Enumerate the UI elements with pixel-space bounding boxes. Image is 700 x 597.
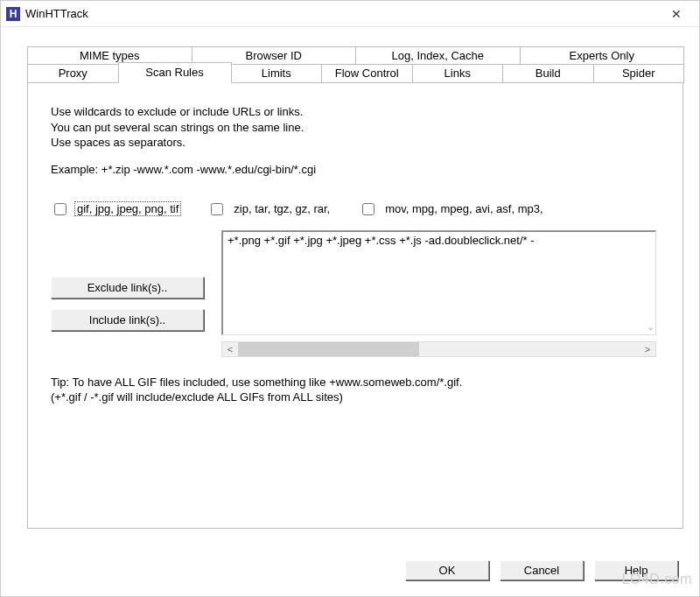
dialog-body: MIME types Browser ID Log, Index, Cache …	[1, 27, 699, 596]
scan-rules-textarea[interactable]	[221, 230, 656, 335]
filetype-checkbox-row: gif, jpg, jpeg, png, tif zip, tar, tgz, …	[51, 200, 656, 218]
ok-button[interactable]: OK	[405, 560, 489, 580]
instructions: Use wildcards to exclude or include URLs…	[51, 104, 656, 151]
checkbox-images-label: gif, jpg, jpeg, png, tif	[74, 201, 181, 216]
instruction-line: Use wildcards to exclude or include URLs…	[51, 104, 656, 120]
cancel-button[interactable]: Cancel	[500, 560, 584, 580]
titlebar: H WinHTTrack ✕	[1, 1, 699, 27]
instruction-line: Use spaces as separators.	[51, 135, 656, 151]
checkbox-images-input[interactable]	[54, 203, 66, 215]
window-title: WinHTTrack	[25, 7, 659, 20]
include-links-button[interactable]: Include link(s)..	[51, 309, 204, 331]
tab-row-2: Proxy Scan Rules Limits Flow Control Lin…	[27, 64, 683, 83]
dialog-buttons: OK Cancel Help	[405, 560, 678, 580]
tab-scan-rules[interactable]: Scan Rules	[118, 62, 232, 83]
checkbox-media-label: mov, mpg, mpeg, avi, asf, mp3,	[382, 201, 545, 216]
close-icon[interactable]: ✕	[659, 7, 694, 21]
rules-row: Exclude link(s).. Include link(s).. ⌄ < …	[51, 230, 656, 357]
tab-links[interactable]: Links	[412, 64, 504, 83]
tab-control: MIME types Browser ID Log, Index, Cache …	[27, 46, 683, 529]
dialog-window: H WinHTTrack ✕ MIME types Browser ID Log…	[0, 0, 700, 597]
checkbox-media[interactable]: mov, mpg, mpeg, avi, asf, mp3,	[359, 200, 545, 218]
checkbox-media-input[interactable]	[362, 203, 374, 215]
tip-text: Tip: To have ALL GIF files included, use…	[51, 375, 656, 405]
checkbox-archives-input[interactable]	[211, 203, 223, 215]
tab-limits[interactable]: Limits	[231, 64, 323, 83]
tab-log-index-cache[interactable]: Log, Index, Cache	[355, 46, 521, 65]
link-buttons-column: Exclude link(s).. Include link(s)..	[51, 230, 204, 357]
horizontal-scrollbar[interactable]: < >	[221, 341, 656, 357]
scroll-down-icon[interactable]: ⌄	[647, 321, 654, 333]
tab-spider[interactable]: Spider	[593, 64, 685, 83]
tab-flow-control[interactable]: Flow Control	[321, 64, 413, 83]
instruction-example: Example: +*.zip -www.*.com -www.*.edu/cg…	[51, 163, 656, 176]
checkbox-archives[interactable]: zip, tar, tgz, gz, rar,	[207, 200, 332, 218]
scrollbar-track[interactable]	[238, 342, 640, 356]
tab-panel-scan-rules: Use wildcards to exclude or include URLs…	[27, 82, 683, 529]
help-button[interactable]: Help	[594, 560, 678, 580]
scroll-left-icon[interactable]: <	[222, 344, 238, 355]
exclude-links-button[interactable]: Exclude link(s)..	[51, 277, 204, 298]
tab-proxy[interactable]: Proxy	[27, 64, 119, 83]
tab-experts-only[interactable]: Experts Only	[520, 46, 685, 65]
scroll-right-icon[interactable]: >	[640, 344, 655, 355]
scrollbar-thumb[interactable]	[238, 342, 419, 356]
app-icon: H	[6, 7, 20, 21]
tip-line: Tip: To have ALL GIF files included, use…	[51, 375, 656, 390]
checkbox-images[interactable]: gif, jpg, jpeg, png, tif	[51, 200, 181, 218]
checkbox-archives-label: zip, tar, tgz, gz, rar,	[231, 201, 332, 216]
instruction-line: You can put several scan strings on the …	[51, 120, 656, 136]
rules-area: ⌄ < >	[221, 230, 656, 357]
tab-build[interactable]: Build	[502, 64, 594, 83]
tip-line: (+*.gif / -*.gif will include/exclude AL…	[51, 390, 656, 405]
